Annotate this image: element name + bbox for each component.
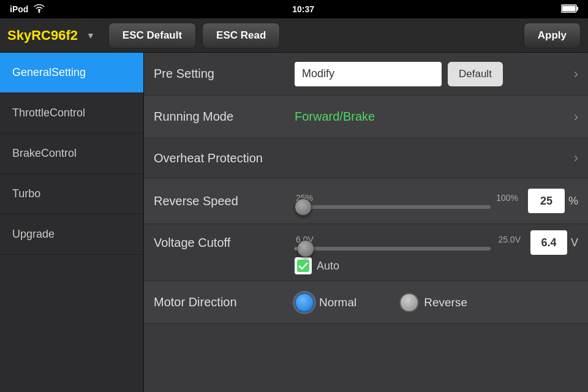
voltage-cutoff-label: Voltage Cutoff xyxy=(154,236,295,250)
voltage-slider-section: 6.0V 25.0V xyxy=(295,235,522,251)
svg-point-0 xyxy=(39,11,40,13)
esc-default-button[interactable]: ESC Default xyxy=(108,23,196,48)
reverse-speed-label: Reverse Speed xyxy=(154,194,295,208)
svg-rect-3 xyxy=(562,6,576,11)
motor-direction-label: Motor Direction xyxy=(154,295,295,309)
sidebar-item-upgrade[interactable]: Upgrade xyxy=(0,214,143,255)
voltage-max: 25.0V xyxy=(498,235,521,244)
auto-label: Auto xyxy=(317,260,339,273)
pre-setting-label: Pre Setting xyxy=(154,67,295,81)
motor-normal-radio[interactable] xyxy=(295,293,314,312)
top-bar: SkyRC96f2 ▼ ESC Default ESC Read Apply xyxy=(0,18,588,53)
voltage-value-box[interactable]: 6.4 xyxy=(530,230,567,255)
reverse-speed-value: 25% 100% 25 % xyxy=(295,189,578,213)
default-button[interactable]: Default xyxy=(448,62,503,86)
status-bar: iPod 10:37 xyxy=(0,0,588,18)
auto-checkbox[interactable] xyxy=(295,257,312,274)
device-label: iPod xyxy=(10,4,28,14)
running-mode-row: Running Mode Forward/Brake › xyxy=(144,96,588,138)
voltage-top: Voltage Cutoff 6.0V 25.0V 6.4 V xyxy=(154,230,578,255)
motor-normal-label: Normal xyxy=(319,296,356,309)
chevron-down-icon[interactable]: ▼ xyxy=(86,31,95,40)
pre-setting-value: Default xyxy=(295,62,574,86)
sidebar-item-turbo[interactable]: Turbo xyxy=(0,174,143,214)
reverse-speed-value-box[interactable]: 25 xyxy=(528,189,565,213)
voltage-track[interactable] xyxy=(295,247,491,251)
motor-reverse-radio[interactable] xyxy=(399,293,419,312)
reverse-speed-thumb[interactable] xyxy=(295,198,312,216)
reverse-speed-max: 100% xyxy=(496,193,518,203)
reverse-speed-labels: 25% 100% xyxy=(295,193,519,203)
motor-normal-option[interactable]: Normal xyxy=(295,293,356,312)
voltage-cutoff-row: Voltage Cutoff 6.0V 25.0V 6.4 V xyxy=(144,224,588,281)
voltage-unit: V xyxy=(571,236,578,249)
sidebar-item-general[interactable]: GeneralSetting xyxy=(0,53,143,93)
running-mode-current: Forward/Brake xyxy=(295,110,375,124)
running-mode-value: Forward/Brake xyxy=(295,110,574,124)
esc-read-button[interactable]: ESC Read xyxy=(202,23,280,48)
sidebar-item-throttle[interactable]: ThrottleControl xyxy=(0,93,143,134)
voltage-thumb[interactable] xyxy=(297,240,314,257)
reverse-speed-slider-section: 25% 100% xyxy=(295,193,519,209)
svg-rect-2 xyxy=(577,7,579,10)
wifi-icon xyxy=(33,4,45,15)
app-title: SkyRC96f2 xyxy=(7,28,78,43)
running-mode-label: Running Mode xyxy=(154,110,295,124)
reverse-speed-track[interactable] xyxy=(295,205,491,209)
battery-icon xyxy=(561,4,578,15)
overheat-row: Overheat Protection › xyxy=(144,138,588,178)
reverse-speed-row: Reverse Speed 25% 100% 25 % xyxy=(144,178,588,224)
apply-button[interactable]: Apply xyxy=(524,23,581,48)
time-display: 10:37 xyxy=(292,4,314,14)
chevron-icon: › xyxy=(574,66,578,82)
main-layout: GeneralSetting ThrottleControl BrakeCont… xyxy=(0,53,588,392)
chevron-icon: › xyxy=(574,150,578,166)
reverse-speed-unit: % xyxy=(568,195,578,208)
sidebar-item-brake[interactable]: BrakeControl xyxy=(0,134,143,174)
pre-setting-input[interactable] xyxy=(295,62,442,86)
chevron-icon: › xyxy=(574,109,578,125)
status-left: iPod xyxy=(10,4,45,15)
overheat-label: Overheat Protection xyxy=(154,151,295,165)
motor-direction-row: Motor Direction Normal Reverse xyxy=(144,281,588,324)
voltage-labels: 6.0V 25.0V xyxy=(295,235,522,244)
pre-setting-row: Pre Setting Default › xyxy=(144,53,588,96)
motor-reverse-option[interactable]: Reverse xyxy=(399,293,467,312)
voltage-bottom: Auto xyxy=(154,257,578,274)
sidebar: GeneralSetting ThrottleControl BrakeCont… xyxy=(0,53,144,392)
content-area: Pre Setting Default › Running Mode Forwa… xyxy=(144,53,588,392)
motor-reverse-label: Reverse xyxy=(424,296,467,309)
motor-direction-options: Normal Reverse xyxy=(295,293,578,312)
